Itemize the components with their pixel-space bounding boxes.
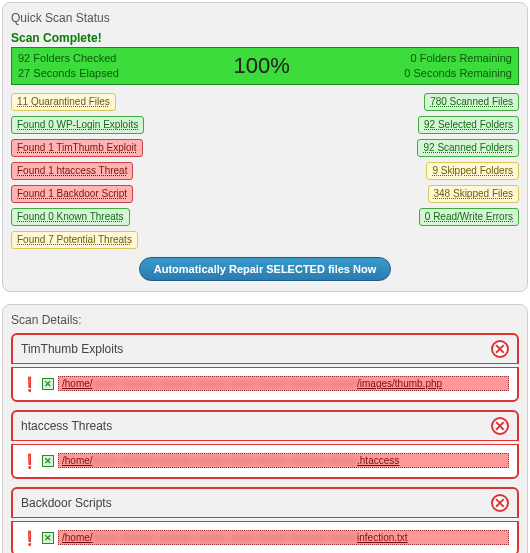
stat-badge[interactable]: Found 1 TimThumb Exploit — [11, 139, 143, 157]
stat-badge[interactable]: Found 1 Backdoor Script — [11, 185, 133, 203]
stat-badge[interactable]: 780 Scanned Files — [424, 93, 519, 111]
threat-section-header: TimThumb Exploits ✕ — [11, 333, 519, 364]
threat-row: ❗ ✕ /home/xxxxx xxxxxxx xxxxxxx xxxxxx x… — [21, 376, 509, 392]
threat-section-header: Backdoor Scripts ✕ — [11, 487, 519, 518]
checkbox-icon[interactable]: ✕ — [42, 455, 54, 467]
stat-badge[interactable]: Found 7 Potential Threats — [11, 231, 138, 249]
section-title: TimThumb Exploits — [21, 342, 123, 356]
section-title: htaccess Threats — [21, 419, 112, 433]
threat-section-header: htaccess Threats ✕ — [11, 410, 519, 441]
close-icon[interactable]: ✕ — [491, 494, 509, 512]
threat-box: ❗ ✕ /home/xxxxx xxxxxxx xxxxxxx xxxxxx x… — [11, 367, 519, 402]
threat-row: ❗ ✕ /home/xxxxx xxxxxxx xxxxxxx xxxxxx x… — [21, 530, 509, 546]
stat-badge[interactable]: Found 0 WP-Login Exploits — [11, 116, 144, 134]
stat-badge[interactable]: 9 Skipped Folders — [426, 162, 519, 180]
close-icon[interactable]: ✕ — [491, 340, 509, 358]
checkbox-icon[interactable]: ✕ — [42, 378, 54, 390]
stat-badge[interactable]: 11 Quarantined Files — [11, 93, 116, 111]
stat-badge[interactable]: 92 Scanned Folders — [417, 139, 519, 157]
stat-badge[interactable]: 0 Read/Write Errors — [419, 208, 519, 226]
threat-path[interactable]: /home/xxxxx xxxxxxx xxxxxxx xxxxxx xxxxx… — [58, 376, 509, 391]
progress-bar: 92 Folders Checked 27 Seconds Elapsed 10… — [11, 47, 519, 85]
threat-path[interactable]: /home/xxxxx xxxxxxx xxxxxxx xxxxxx xxxxx… — [58, 530, 509, 545]
threat-box: ❗ ✕ /home/xxxxx xxxxxxx xxxxxxx xxxxxx x… — [11, 521, 519, 553]
quick-scan-status-panel: Quick Scan Status Scan Complete! 92 Fold… — [2, 2, 528, 292]
stats-area: 11 Quarantined FilesFound 0 WP-Login Exp… — [11, 91, 519, 249]
stat-badge[interactable]: 92 Selected Folders — [418, 116, 519, 134]
stat-badge[interactable]: 348 Skipped Files — [428, 185, 520, 203]
alert-icon: ❗ — [21, 376, 38, 392]
threat-path[interactable]: /home/xxxxx xxxxxxx xxxxxxx xxxxxx xxxxx… — [58, 453, 509, 468]
scan-complete-label: Scan Complete! — [11, 31, 519, 45]
status-title: Quick Scan Status — [11, 11, 519, 25]
threat-row: ❗ ✕ /home/xxxxx xxxxxxx xxxxxxx xxxxxx x… — [21, 453, 509, 469]
seconds-elapsed: 27 Seconds Elapsed — [18, 66, 119, 81]
alert-icon: ❗ — [21, 453, 38, 469]
threat-box: ❗ ✕ /home/xxxxx xxxxxxx xxxxxxx xxxxxx x… — [11, 444, 519, 479]
scan-details-panel: Scan Details: TimThumb Exploits ✕ ❗ ✕ /h… — [2, 304, 528, 553]
stat-badge[interactable]: Found 1 htaccess Threat — [11, 162, 133, 180]
seconds-remaining: 0 Seconds Remaining — [404, 66, 512, 81]
checkbox-icon[interactable]: ✕ — [42, 532, 54, 544]
progress-percent: 100% — [234, 53, 290, 79]
folders-checked: 92 Folders Checked — [18, 51, 119, 66]
folders-remaining: 0 Folders Remaining — [404, 51, 512, 66]
right-badges: 780 Scanned Files92 Selected Folders92 S… — [417, 91, 519, 249]
close-icon[interactable]: ✕ — [491, 417, 509, 435]
alert-icon: ❗ — [21, 530, 38, 546]
section-title: Backdoor Scripts — [21, 496, 112, 510]
details-title: Scan Details: — [11, 313, 519, 327]
stat-badge[interactable]: Found 0 Known Threats — [11, 208, 130, 226]
repair-button[interactable]: Automatically Repair SELECTED files Now — [139, 257, 392, 281]
left-badges: 11 Quarantined FilesFound 0 WP-Login Exp… — [11, 91, 144, 249]
